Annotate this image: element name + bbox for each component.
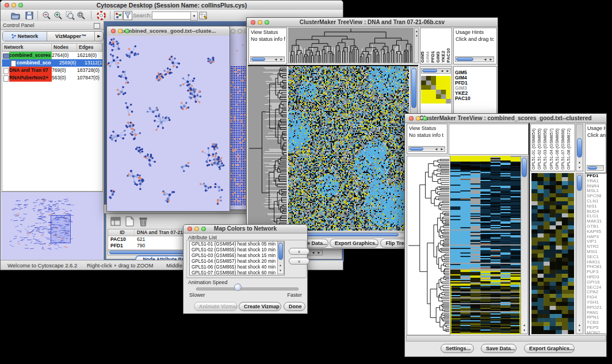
close-button[interactable] — [5, 3, 9, 7]
attribute-item[interactable]: GPL51-02 (GSM855) heat shock 10 min — [190, 247, 284, 253]
new-attribute-icon[interactable] — [124, 216, 135, 227]
close-button[interactable] — [251, 20, 255, 25]
zoom-out-icon[interactable] — [41, 10, 52, 21]
scroll-left-icon[interactable] — [311, 250, 316, 255]
dialog-titlebar[interactable]: Map Colors to Network — [183, 225, 307, 233]
experiment-label[interactable]: GPL51-02 (GSM855) — [537, 128, 542, 170]
zoom-selected-icon[interactable] — [65, 10, 75, 21]
attribute-item[interactable]: GPL51-04 (GSM857) heat shock 20 min — [190, 259, 284, 265]
select-attributes-icon[interactable] — [110, 216, 121, 227]
close-button[interactable] — [409, 116, 414, 121]
close-button[interactable] — [188, 227, 192, 231]
tab-overflow-arrow[interactable]: ▶ — [95, 32, 103, 41]
create-vizmap-button[interactable]: Create Vizmap — [239, 302, 281, 311]
animate-vizmap-button[interactable]: Animate Vizmap — [194, 302, 238, 311]
zoom-button[interactable] — [265, 20, 269, 25]
detail-vscrollbar[interactable] — [576, 173, 583, 334]
experiment-label[interactable]: GPL51-08 (GSM872) — [566, 128, 571, 170]
view-status-scrollbar[interactable] — [250, 56, 285, 62]
help-lifering-icon[interactable] — [96, 10, 106, 21]
scroll-right-icon[interactable] — [316, 250, 322, 255]
gene-label[interactable]: PAC10 — [454, 96, 496, 101]
done-button[interactable]: Done — [284, 302, 305, 311]
column-label[interactable]: PFD1 — [430, 51, 435, 63]
delete-attribute-trash-icon[interactable] — [137, 216, 149, 227]
minimize-button[interactable] — [416, 116, 420, 121]
main-titlebar[interactable]: Cytoscape Desktop (Session Name: collins… — [1, 1, 343, 10]
column-label[interactable]: PAC10 — [446, 48, 451, 63]
heatmap-vscrollbar[interactable] — [521, 156, 528, 334]
treeview-dna-titlebar[interactable]: ClusterMaker TreeView : DNA and Tran 07-… — [247, 18, 498, 27]
zoom-in-icon[interactable] — [53, 10, 63, 21]
minimize-button[interactable] — [238, 29, 242, 33]
search-dropdown-arrow[interactable]: ▼ — [190, 12, 198, 21]
open-session-icon[interactable] — [10, 10, 21, 21]
filter-funnel-icon[interactable] — [123, 10, 133, 21]
column-label[interactable]: GIM3 — [435, 51, 441, 63]
experiment-label[interactable]: GPL51-07 (GSM868) — [560, 128, 565, 170]
speed-slider-thumb[interactable] — [234, 283, 242, 291]
attribute-browser-icon[interactable] — [198, 10, 209, 21]
zoom-button[interactable] — [125, 29, 129, 33]
move-up-button[interactable]: ∧ — [289, 248, 309, 255]
birdseye-view[interactable] — [1, 191, 103, 260]
network-row[interactable]: combined_sco 2569(6) 13112(15) — [2, 59, 102, 67]
attribute-item[interactable]: GPL51-07 (GSM868) heat shock 60 min — [190, 270, 284, 275]
gene-name[interactable]: MON2 — [586, 331, 606, 334]
search-input[interactable] — [152, 12, 192, 20]
minimize-button[interactable] — [194, 227, 199, 231]
usage-hints-scrollbar[interactable] — [587, 165, 604, 171]
attribute-item[interactable]: GPL51-01 (GSM854) heat shock 05 min — [190, 242, 284, 247]
attribute-item[interactable]: GPL51-03 (GSM856) heat shock 15 min — [190, 253, 284, 259]
bottom-scroll-strip[interactable] — [406, 335, 606, 342]
row-dendrogram[interactable] — [248, 66, 287, 231]
detail-heatmap[interactable] — [531, 173, 574, 334]
tab-vizmapper[interactable]: VizMapper™ — [47, 32, 95, 41]
window-controls[interactable] — [5, 3, 23, 7]
attribute-item[interactable]: GPL51-06 (GSM865) heat shock 40 min — [190, 265, 284, 270]
float-panel-icon[interactable] — [94, 23, 100, 29]
speed-slider-track[interactable] — [196, 288, 299, 290]
zoom-button[interactable] — [423, 116, 427, 121]
tab-network[interactable]: Network — [3, 32, 47, 41]
column-dendrogram[interactable] — [288, 28, 414, 63]
save-data-button[interactable]: Save Data... — [481, 344, 517, 353]
zoom-button[interactable] — [18, 3, 23, 7]
correlation-matrix[interactable] — [421, 76, 451, 104]
experiment-label[interactable]: GPL51-03 (GSM856) — [542, 128, 548, 170]
network-row[interactable]: RNAPuberNov2+ 563(0) 107847(0) — [2, 74, 102, 82]
experiment-label[interactable]: GPL51-04 (GSM857) — [549, 128, 554, 170]
zoom-button[interactable] — [201, 227, 206, 231]
global-heatmap[interactable] — [288, 66, 409, 231]
column-label[interactable]: GIM4 — [425, 51, 430, 63]
network-row[interactable]: combined_scores 2764(0) 16218(0) — [2, 52, 102, 59]
column-label[interactable]: YKE2 — [441, 51, 446, 63]
experiment-label[interactable]: GPL51-06 (GSM865) — [554, 128, 560, 170]
column-dendrogram-area[interactable] — [449, 124, 529, 155]
export-graphics-button[interactable]: Export Graphics... — [330, 239, 378, 248]
row-dendrogram[interactable] — [407, 156, 450, 335]
matrix-hscrollbar[interactable] — [421, 68, 451, 74]
minimize-button[interactable] — [258, 20, 262, 25]
zoom-fit-icon[interactable] — [76, 10, 86, 21]
network-row[interactable]: DNA and Tran 07 769(0) 183728(0) — [2, 67, 102, 74]
treeview-combined-titlebar[interactable]: ClusterMaker TreeView : combined_scores_… — [405, 114, 606, 123]
dendrogram-scroll-strip[interactable] — [414, 28, 419, 63]
network-view-titlebar[interactable]: combined_scores_good.txt--cluste... — [107, 26, 230, 36]
usage-hints-scrollbar[interactable] — [455, 56, 494, 62]
close-button[interactable] — [111, 29, 116, 33]
column-label[interactable]: GIM5 — [420, 51, 425, 63]
experiment-label[interactable]: GPL51-01 (GSM854) — [531, 128, 536, 170]
labels-vscrollbar[interactable] — [576, 124, 583, 171]
attribute-list-scrollbar[interactable] — [277, 241, 284, 274]
close-button[interactable] — [231, 29, 235, 33]
network-canvas[interactable] — [107, 36, 230, 211]
move-down-button[interactable]: ∨ — [289, 258, 309, 265]
export-graphics-button[interactable]: Export Graphics... — [524, 344, 575, 353]
global-heatmap[interactable] — [450, 156, 521, 334]
save-session-icon[interactable] — [24, 10, 35, 21]
minimize-button[interactable] — [12, 3, 16, 7]
network-table-header[interactable]: Network Nodes Edges — [2, 44, 102, 52]
settings-button[interactable]: Settings... — [441, 344, 474, 353]
view-status-scrollbar[interactable] — [408, 146, 445, 152]
